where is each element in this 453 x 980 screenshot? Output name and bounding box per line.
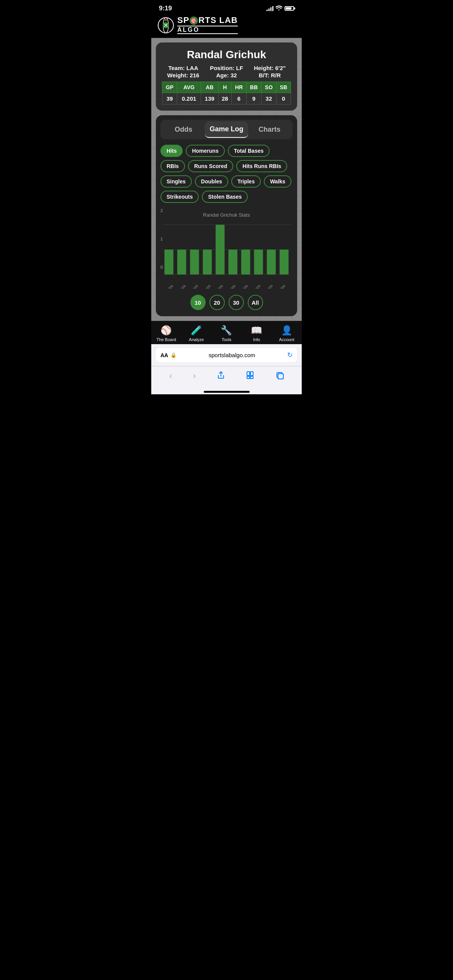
player-position: Position: LF bbox=[205, 65, 248, 71]
x-label: 2023-09-10 bbox=[266, 285, 277, 289]
tab-odds[interactable]: Odds bbox=[162, 121, 205, 138]
filter-pill-strikeouts[interactable]: Strikeouts bbox=[160, 191, 199, 203]
filter-pill-triples[interactable]: Triples bbox=[231, 175, 261, 188]
svg-rect-10 bbox=[190, 250, 199, 274]
filter-pill-stolen-bases[interactable]: Stolen Bases bbox=[202, 191, 248, 203]
svg-rect-8 bbox=[164, 250, 173, 274]
battery-icon bbox=[285, 6, 294, 11]
svg-rect-9 bbox=[177, 250, 186, 274]
filter-pill-singles[interactable]: Singles bbox=[160, 175, 192, 188]
status-bar: 9:19 bbox=[151, 0, 302, 15]
nav-icon-account: 👤 bbox=[281, 325, 293, 336]
url-lock: 🔒 bbox=[170, 352, 177, 358]
url-text[interactable]: sportslabalgo.com bbox=[179, 352, 285, 358]
browser-forward-button[interactable]: › bbox=[189, 369, 200, 383]
stat-header-so: SO bbox=[261, 82, 276, 93]
stat-value-gp: 39 bbox=[162, 93, 177, 105]
page-pill-all[interactable]: All bbox=[248, 295, 263, 310]
browser-bar[interactable]: AA 🔒 sportslabalgo.com ↻ bbox=[151, 344, 302, 366]
tab-game-log[interactable]: Game Log bbox=[205, 121, 248, 138]
stat-value-so: 32 bbox=[261, 93, 276, 105]
stats-header-row: GPAVGABHHRBBSOSB bbox=[162, 82, 291, 93]
svg-rect-19 bbox=[250, 372, 253, 376]
url-bar[interactable]: AA 🔒 sportslabalgo.com ↻ bbox=[156, 348, 297, 362]
player-bt: B/T: R/R bbox=[249, 72, 291, 78]
svg-rect-11 bbox=[203, 250, 212, 274]
svg-point-4 bbox=[165, 19, 167, 20]
filter-pill-homeruns[interactable]: Homeruns bbox=[186, 145, 224, 157]
filter-pill-rbis[interactable]: RBIs bbox=[160, 160, 185, 172]
browser-back-button[interactable]: ‹ bbox=[165, 369, 176, 383]
home-bar bbox=[204, 391, 250, 393]
stat-header-avg: AVG bbox=[177, 82, 201, 93]
player-card: Randal Grichuk Team: LAA Position: LF He… bbox=[156, 42, 297, 111]
svg-rect-18 bbox=[247, 372, 250, 376]
nav-item-tools[interactable]: 🔧Tools bbox=[211, 325, 242, 342]
stat-value-h: 28 bbox=[218, 93, 231, 105]
stat-value-hr: 6 bbox=[231, 93, 246, 105]
nav-icon-tools: 🔧 bbox=[221, 325, 232, 336]
x-label: 2023-09-12 bbox=[278, 285, 289, 289]
x-label: 2023-09-08 bbox=[229, 285, 239, 289]
tab-charts[interactable]: Charts bbox=[248, 121, 291, 138]
status-time: 9:19 bbox=[159, 5, 172, 12]
stat-header-bb: BB bbox=[246, 82, 261, 93]
filter-pill-doubles[interactable]: Doubles bbox=[195, 175, 228, 188]
filter-pills: HitsHomerunsTotal BasesRBIsRuns ScoredHi… bbox=[160, 145, 293, 203]
svg-rect-20 bbox=[247, 376, 250, 379]
svg-rect-13 bbox=[229, 250, 237, 274]
svg-rect-21 bbox=[250, 376, 253, 379]
nav-icon-analyze: 🧪 bbox=[191, 325, 202, 336]
logo-icon bbox=[157, 17, 174, 34]
logo-algo-text: ALGO bbox=[177, 26, 238, 34]
svg-rect-17 bbox=[280, 250, 288, 274]
nav-item-analyze[interactable]: 🧪Analyze bbox=[182, 325, 212, 342]
x-labels: 2023-09-022023-09-032023-09-052023-09-06… bbox=[160, 285, 293, 289]
page-pill-20[interactable]: 20 bbox=[209, 295, 225, 310]
page-pill-10[interactable]: 10 bbox=[190, 295, 206, 310]
browser-tabs-button[interactable] bbox=[271, 369, 288, 383]
nav-item-the-board[interactable]: ⚾The Board bbox=[151, 325, 182, 342]
stat-value-bb: 9 bbox=[246, 93, 261, 105]
wifi-icon bbox=[276, 5, 282, 11]
url-aa[interactable]: AA bbox=[160, 352, 168, 358]
stat-value-avg: 0.201 bbox=[177, 93, 201, 105]
browser-bookmarks-button[interactable] bbox=[242, 369, 258, 383]
player-height: Height: 6'2" bbox=[249, 65, 291, 71]
x-label: 2023-09-07 bbox=[216, 285, 227, 289]
svg-rect-14 bbox=[241, 250, 250, 274]
player-team: Team: LAA bbox=[162, 65, 204, 71]
svg-rect-15 bbox=[254, 250, 263, 274]
player-meta: Team: LAA Position: LF Height: 6'2" Weig… bbox=[162, 65, 291, 78]
stat-header-hr: HR bbox=[231, 82, 246, 93]
svg-rect-23 bbox=[278, 374, 283, 379]
filter-pill-hits[interactable]: Hits bbox=[160, 145, 183, 157]
nav-label-the-board: The Board bbox=[157, 337, 176, 342]
stat-header-sb: SB bbox=[276, 82, 291, 93]
tab-section: Odds Game Log Charts HitsHomerunsTotal B… bbox=[156, 115, 297, 316]
svg-rect-16 bbox=[267, 250, 276, 274]
logo-area: SP🎯RTS LAB ALGO bbox=[151, 15, 302, 38]
stat-value-sb: 0 bbox=[276, 93, 291, 105]
x-label: 2023-09-10 bbox=[253, 285, 264, 289]
page-pill-30[interactable]: 30 bbox=[229, 295, 244, 310]
logo-sports-text: SP🎯RTS LAB bbox=[177, 16, 238, 25]
filter-pill-total-bases[interactable]: Total Bases bbox=[228, 145, 270, 157]
nav-item-info[interactable]: 📖Info bbox=[242, 325, 272, 342]
nav-item-account[interactable]: 👤Account bbox=[271, 325, 302, 342]
x-label: 2023-09-02 bbox=[167, 285, 177, 289]
stat-header-gp: GP bbox=[162, 82, 177, 93]
filter-pill-runs-scored[interactable]: Runs Scored bbox=[188, 160, 233, 172]
filter-pill-walks[interactable]: Walks bbox=[264, 175, 291, 188]
nav-label-info: Info bbox=[253, 337, 260, 342]
filter-pill-hits-runs-rbis[interactable]: Hits Runs RBIs bbox=[236, 160, 287, 172]
svg-rect-12 bbox=[216, 225, 224, 274]
chart-svg bbox=[160, 221, 293, 282]
nav-icon-info: 📖 bbox=[251, 325, 262, 336]
chart-area: Randal Grichuk Stats 012 2023-09-022023-… bbox=[160, 208, 293, 289]
url-refresh[interactable]: ↻ bbox=[287, 351, 293, 359]
x-label: 2023-09-03 bbox=[179, 285, 190, 289]
browser-share-button[interactable] bbox=[213, 369, 229, 383]
x-label: 2023-09-06 bbox=[204, 285, 214, 289]
player-age: Age: 32 bbox=[205, 72, 248, 78]
